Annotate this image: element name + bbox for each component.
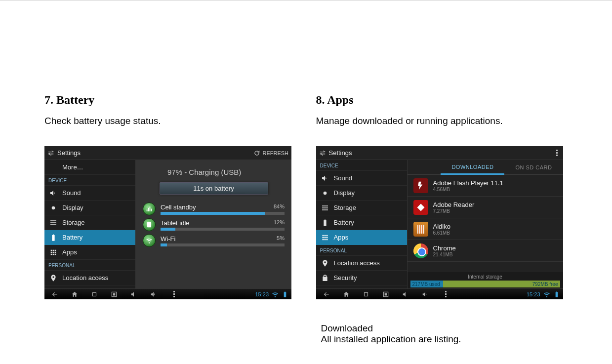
app-size: 6.61MB [433,230,557,236]
blank-icon [49,163,57,171]
sidebar-item-apps[interactable]: Apps [44,245,135,260]
usage-row-cell-standby[interactable]: Cell standby 84% [143,202,285,215]
usage-pct: 5% [277,235,285,243]
location-icon [321,259,329,267]
refresh-button[interactable]: REFRESH [253,150,288,157]
sidebar-item-display[interactable]: Display [44,201,135,215]
app-row[interactable]: Adobe Flash Player 11.1 4.56MB [408,175,563,197]
usage-pct: 84% [274,203,285,211]
section-battery: 7. Battery Check battery usage status. S… [44,93,296,345]
volume-icon [321,174,329,182]
settings-icon [319,150,326,157]
overflow-button[interactable] [441,290,449,299]
screenshot-header: Settings [316,146,563,160]
lock-icon [321,274,329,282]
settings-sidebar: More… DEVICE Sound Display [44,160,136,288]
sidebar-item-location[interactable]: Location access [316,256,407,271]
brightness-icon [321,189,329,197]
aldiko-icon [413,222,428,237]
location-icon [49,274,57,282]
battery-time-badge[interactable]: 11s on battery [160,182,268,195]
section-desc-battery: Check battery usage status. [44,116,296,126]
apps-icon [49,248,57,256]
storage-summary: Internal storage 217MB used 792MB free [408,272,563,288]
sidebar-item-storage[interactable]: Storage [316,201,407,215]
app-name: Adobe Reader [433,201,557,208]
sidebar-section-personal: PERSONAL [44,260,135,271]
list-icon [49,219,57,227]
sidebar-section-personal: PERSONAL [316,245,407,256]
flash-player-icon [413,178,428,193]
sidebar-item-label: More… [62,163,83,171]
status-bar[interactable]: 15:23 [527,291,560,298]
sidebar-item-label: Apps [62,248,77,256]
app-list[interactable]: Adobe Flash Player 11.1 4.56MB Adobe Rea… [408,175,563,262]
tab-downloaded[interactable]: DOWNLOADED [441,160,504,175]
sidebar-item-battery[interactable]: Battery [44,230,135,245]
battery-icon [49,234,57,242]
app-name: Chrome [433,244,557,252]
sidebar-item-location[interactable]: Location access [44,271,135,285]
storage-used-text: 217MB used [412,282,440,287]
home-button[interactable] [70,290,79,299]
app-row[interactable]: Adobe Reader 7.27MB [408,197,563,218]
volume-up-button[interactable] [149,290,158,299]
header-title: Settings [57,149,81,157]
home-button[interactable] [342,290,351,299]
storage-label: Internal storage [410,274,560,280]
sidebar-item-display[interactable]: Display [316,186,407,201]
sidebar-item-label: Battery [334,219,354,226]
list-icon [321,204,329,212]
back-button[interactable] [50,290,59,299]
sidebar-item-apps[interactable]: Apps [316,230,407,245]
sidebar-item-label: Battery [62,234,82,241]
back-button[interactable] [322,290,331,299]
sidebar-item-sound[interactable]: Sound [44,186,135,201]
recent-button[interactable] [362,290,370,299]
storage-bar: 217MB used 792MB free [410,281,560,287]
sidebar-item-security[interactable]: Security [316,271,407,285]
sidebar-item-sound[interactable]: Sound [316,171,407,186]
volume-up-button[interactable] [421,290,430,299]
app-size: 4.56MB [433,187,557,192]
usage-bar [161,212,285,215]
sidebar-item-battery[interactable]: Battery [316,215,407,230]
usage-row-wifi[interactable]: Wi-Fi 5% [143,234,285,247]
volume-down-button[interactable] [401,290,410,299]
volume-down-button[interactable] [129,290,138,299]
apps-footer-line1: Downloaded [321,323,568,334]
app-name: Aldiko [433,223,557,230]
screenshot-button[interactable] [110,290,119,299]
storage-free-text: 792MB free [532,282,558,287]
app-row[interactable]: Aldiko 6.61MB [408,218,563,240]
settings-sidebar: DEVICE Sound Display Storage [316,160,408,288]
sidebar-item-label: Apps [334,234,349,241]
clock-text: 15:23 [255,291,269,297]
sidebar-section-device: DEVICE [316,160,407,171]
apps-content: DOWNLOADED ON SD CARD Adobe Flash Player… [408,160,563,288]
svg-rect-4 [113,293,116,295]
wifi-status-icon [543,291,550,298]
section-desc-apps: Manage downloaded or running application… [316,116,568,126]
sidebar-item-more[interactable]: More… [44,160,135,175]
usage-pct: 12% [274,219,285,227]
status-bar[interactable]: 15:23 [255,291,288,298]
svg-rect-6 [364,292,367,296]
section-apps: 8. Apps Manage downloaded or running app… [316,93,568,345]
sidebar-item-label: Display [62,204,83,211]
signal-icon [143,202,156,215]
sidebar-item-storage[interactable]: Storage [44,215,135,230]
clock-text: 15:23 [527,291,540,297]
tab-on-sd-card[interactable]: ON SD CARD [504,160,563,174]
overflow-button[interactable] [169,290,178,299]
overflow-button[interactable] [552,150,560,156]
apps-icon [321,234,329,242]
recent-button[interactable] [90,290,99,299]
app-size: 21.41MB [433,252,557,257]
screenshot-button[interactable] [381,290,390,299]
app-row[interactable]: Chrome 21.41MB [408,240,563,262]
sidebar-item-label: Storage [334,204,357,211]
usage-row-tablet-idle[interactable]: Tablet idle 12% [143,218,285,231]
settings-icon [47,150,54,157]
system-navbar: 15:23 [316,288,563,299]
